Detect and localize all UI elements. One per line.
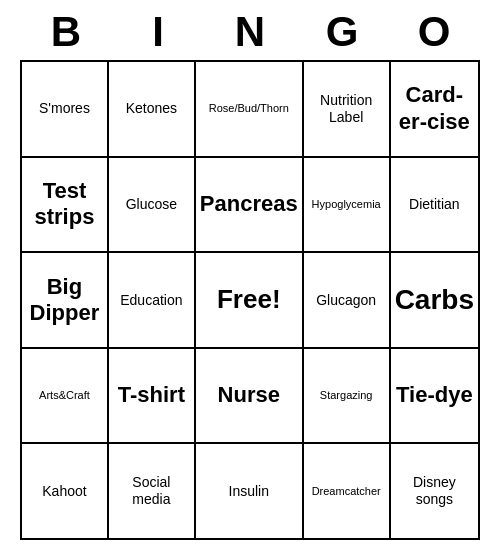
bingo-cell-5: Test strips — [22, 158, 109, 254]
bingo-header: BINGO — [20, 0, 480, 60]
cell-text-18: Stargazing — [320, 389, 373, 402]
bingo-cell-12: Free! — [196, 253, 304, 349]
cell-text-11: Education — [120, 292, 182, 309]
cell-text-19: Tie-dye — [396, 382, 473, 408]
bingo-cell-24: Disney songs — [391, 444, 480, 540]
cell-text-22: Insulin — [229, 483, 269, 500]
bingo-letter-g: G — [298, 8, 386, 56]
bingo-grid: S'moresKetonesRose/Bud/ThornNutrition La… — [20, 60, 480, 540]
bingo-cell-10: Big Dipper — [22, 253, 109, 349]
cell-text-10: Big Dipper — [26, 274, 103, 327]
cell-text-20: Kahoot — [42, 483, 86, 500]
bingo-cell-17: Nurse — [196, 349, 304, 445]
cell-text-6: Glucose — [126, 196, 177, 213]
cell-text-4: Card-er-cise — [395, 82, 474, 135]
bingo-letter-n: N — [206, 8, 294, 56]
bingo-cell-3: Nutrition Label — [304, 62, 391, 158]
bingo-cell-18: Stargazing — [304, 349, 391, 445]
bingo-cell-8: Hypoglycemia — [304, 158, 391, 254]
bingo-cell-6: Glucose — [109, 158, 196, 254]
cell-text-14: Carbs — [395, 283, 474, 317]
cell-text-8: Hypoglycemia — [312, 198, 381, 211]
bingo-cell-2: Rose/Bud/Thorn — [196, 62, 304, 158]
bingo-cell-22: Insulin — [196, 444, 304, 540]
bingo-cell-11: Education — [109, 253, 196, 349]
bingo-cell-0: S'mores — [22, 62, 109, 158]
bingo-letter-o: O — [390, 8, 478, 56]
cell-text-21: Social media — [113, 474, 190, 508]
cell-text-2: Rose/Bud/Thorn — [209, 102, 289, 115]
bingo-cell-1: Ketones — [109, 62, 196, 158]
cell-text-1: Ketones — [126, 100, 177, 117]
bingo-letter-b: B — [22, 8, 110, 56]
bingo-cell-9: Dietitian — [391, 158, 480, 254]
bingo-cell-15: Arts&Craft — [22, 349, 109, 445]
cell-text-15: Arts&Craft — [39, 389, 90, 402]
bingo-cell-20: Kahoot — [22, 444, 109, 540]
bingo-cell-13: Glucagon — [304, 253, 391, 349]
bingo-cell-7: Pancreas — [196, 158, 304, 254]
cell-text-12: Free! — [217, 284, 281, 315]
bingo-cell-23: Dreamcatcher — [304, 444, 391, 540]
cell-text-17: Nurse — [218, 382, 280, 408]
bingo-cell-19: Tie-dye — [391, 349, 480, 445]
cell-text-24: Disney songs — [395, 474, 474, 508]
bingo-cell-21: Social media — [109, 444, 196, 540]
cell-text-3: Nutrition Label — [308, 92, 385, 126]
cell-text-7: Pancreas — [200, 191, 298, 217]
bingo-letter-i: I — [114, 8, 202, 56]
cell-text-0: S'mores — [39, 100, 90, 117]
cell-text-13: Glucagon — [316, 292, 376, 309]
cell-text-16: T-shirt — [118, 382, 185, 408]
cell-text-9: Dietitian — [409, 196, 460, 213]
bingo-cell-14: Carbs — [391, 253, 480, 349]
bingo-cell-4: Card-er-cise — [391, 62, 480, 158]
cell-text-23: Dreamcatcher — [312, 485, 381, 498]
cell-text-5: Test strips — [26, 178, 103, 231]
bingo-cell-16: T-shirt — [109, 349, 196, 445]
